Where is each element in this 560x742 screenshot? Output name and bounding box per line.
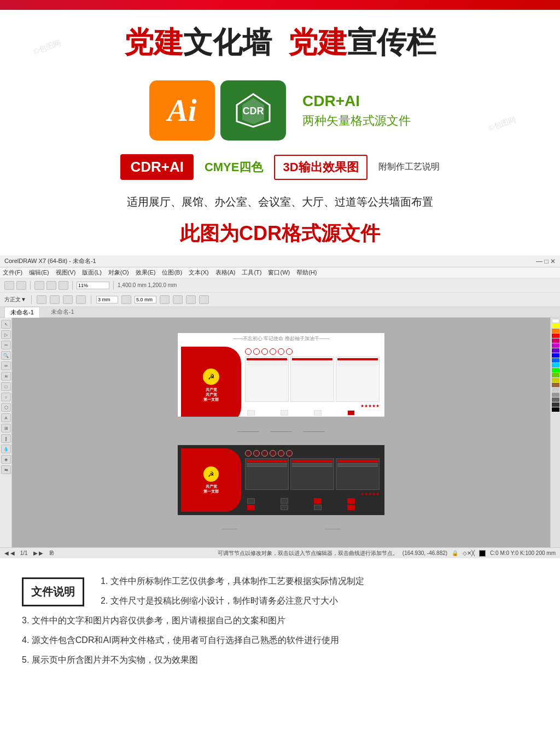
text-tool[interactable]: A — [1, 413, 11, 422]
docname-label: 方正文▼ — [4, 296, 26, 303]
dark-panels-row — [245, 458, 380, 490]
color-purple[interactable] — [552, 343, 559, 348]
menu-layout[interactable]: 版面(L) — [82, 268, 101, 277]
color-cyan[interactable] — [552, 363, 559, 367]
doc-tab[interactable]: 未命名-1 — [4, 307, 40, 318]
emblem-circle: ☭ — [203, 369, 219, 385]
doc-tab2[interactable]: 未命名-1 — [51, 308, 74, 316]
color-gray[interactable] — [552, 388, 559, 392]
sep2 — [91, 295, 91, 304]
size-input2[interactable] — [135, 296, 156, 303]
mockup-circles-row — [245, 348, 380, 355]
cdr-icon-box: CDR — [220, 80, 286, 141]
smart-tool[interactable]: ≋ — [1, 372, 11, 381]
menu-table[interactable]: 表格(A) — [215, 268, 236, 277]
toolbar-btn-1[interactable] — [4, 281, 14, 290]
interact-tool[interactable]: ⇆ — [1, 465, 11, 474]
page-icon: 🖹 — [49, 550, 54, 556]
color-lightblue[interactable] — [552, 358, 559, 363]
color-yellow[interactable] — [552, 324, 559, 328]
menu-help[interactable]: 帮助(H) — [296, 268, 317, 277]
tb2-btn5[interactable] — [121, 295, 131, 304]
color-charcoal[interactable] — [552, 402, 559, 407]
size-input[interactable] — [96, 296, 118, 303]
menu-window[interactable]: 窗口(W) — [268, 268, 290, 277]
dark-panel-1 — [245, 458, 289, 490]
freehand-tool[interactable]: ✏ — [1, 361, 11, 370]
zoom-tool[interactable]: 🔍 — [1, 351, 11, 360]
menu-file[interactable]: 文件(F) — [3, 268, 22, 277]
tb2-btn1[interactable] — [37, 295, 46, 304]
menu-tools[interactable]: 工具(T) — [242, 268, 261, 277]
panel-header-2 — [292, 358, 332, 360]
gc-3 — [314, 410, 322, 416]
circle-5 — [278, 348, 284, 355]
rect-tool[interactable]: □ — [1, 382, 11, 391]
mockup-content-dark: ☭ 共产党第一支部 — [178, 445, 384, 515]
table-tool[interactable]: ⊞ — [1, 424, 11, 433]
color-olive[interactable] — [552, 378, 559, 382]
crop-tool[interactable]: ✂ — [1, 341, 11, 349]
panel-line-3 — [292, 361, 332, 363]
menu-edit[interactable]: 编辑(E) — [29, 268, 49, 277]
color-medgray[interactable] — [552, 393, 559, 397]
color-brown[interactable] — [552, 383, 559, 387]
color-red[interactable] — [552, 334, 559, 338]
menu-object[interactable]: 对象(O) — [108, 268, 129, 277]
color-orange[interactable] — [552, 329, 559, 333]
tb2-btn9[interactable] — [199, 295, 209, 304]
menubar: 文件(F) 编辑(E) 视图(V) 版面(L) 对象(O) 效果(E) 位图(B… — [0, 267, 560, 278]
format-title: CDR+AI — [302, 92, 411, 110]
color-violet[interactable] — [552, 348, 559, 353]
titlebar-text: CorelDRAW X7 (64-Bit) - 未命名-1 — [4, 257, 96, 265]
poly-tool[interactable]: ⬡ — [1, 403, 11, 412]
toolbar-sep-3 — [113, 281, 114, 290]
cdr-svg-icon: CDR — [234, 91, 272, 130]
dc-1 — [245, 450, 252, 457]
menu-effects[interactable]: 效果(E) — [136, 268, 156, 277]
tb2-btn2[interactable] — [50, 295, 60, 304]
tb2-btn3[interactable] — [63, 295, 73, 304]
panel-1 — [245, 357, 289, 402]
color-green[interactable] — [552, 368, 559, 372]
fill-tool[interactable]: ◈ — [1, 455, 11, 464]
ellipse-tool[interactable]: ○ — [1, 393, 11, 401]
circle-2 — [253, 348, 260, 355]
notes-item-3: 3. 文件中的文字和图片内容仅供参考，图片请根据自己的文案和图片 — [22, 614, 538, 627]
parallel-tool[interactable]: ∥ — [1, 434, 11, 443]
tb2-btn6[interactable] — [160, 295, 170, 304]
title-part1-black: 文化墙 — [183, 26, 272, 59]
badge-note: 附制作工艺说明 — [378, 161, 440, 173]
tb2-btn4[interactable] — [76, 295, 86, 304]
toolbar-btn-5[interactable] — [59, 281, 68, 290]
select-tool[interactable]: ↖ — [1, 320, 11, 329]
color-darkred[interactable] — [552, 338, 559, 343]
svg-text:CDR: CDR — [243, 106, 264, 116]
eyedrop-tool[interactable]: 💧 — [1, 445, 11, 453]
color-blue[interactable] — [552, 353, 559, 358]
menu-bitmap[interactable]: 位图(B) — [162, 268, 182, 277]
color-darkgray[interactable] — [552, 398, 559, 402]
notes-title-box: 文件说明 — [22, 577, 84, 606]
shape-tool[interactable]: ▷ — [1, 330, 11, 339]
toolbar-area: 1,400.0 mm 1,200.0 mm — [0, 278, 560, 293]
dgc-4 — [347, 498, 355, 504]
circle-4 — [270, 348, 276, 355]
corel-workspace: ↖ ▷ ✂ 🔍 ✏ ≋ □ ○ ⬡ A ⊞ ∥ 💧 ◈ ⇆ ©包图网 ©包图网 — [0, 318, 560, 547]
dgc-7 — [314, 505, 322, 510]
menu-view[interactable]: 视图(V) — [56, 268, 76, 277]
tb2-btn8[interactable] — [186, 295, 196, 304]
toolbar-btn-4[interactable] — [46, 281, 56, 290]
page-indicator: ◀ ◀ — [4, 550, 15, 556]
party-emblem: ☭ — [203, 369, 219, 385]
tb2-btn7[interactable] — [173, 295, 183, 304]
color-white[interactable] — [552, 319, 559, 323]
zoom-input[interactable] — [77, 282, 109, 289]
canvas-area[interactable]: ©包图网 ©包图网 ——不忘初心 牢记使命 撸起袖子加油干—— ☭ 共产党共产党 — [12, 318, 550, 547]
toolbar-btn-2[interactable] — [16, 281, 26, 290]
menu-text[interactable]: 文本(X) — [189, 268, 209, 277]
toolbar-btn-3[interactable] — [34, 281, 44, 290]
color-lightgreen[interactable] — [552, 373, 559, 377]
titlebar-controls[interactable]: — □ ✕ — [536, 258, 556, 265]
color-black[interactable] — [552, 407, 559, 412]
